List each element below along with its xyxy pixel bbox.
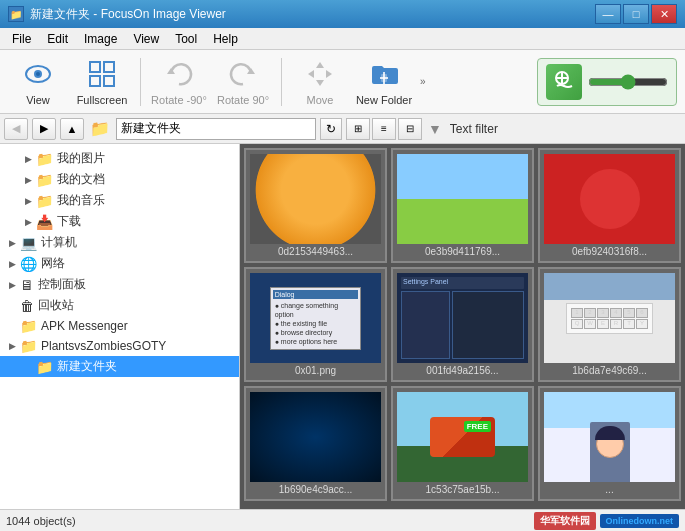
recycle-bin-icon: 🗑 [20, 298, 34, 314]
rotate-right-button[interactable]: Rotate 90° [213, 54, 273, 110]
zoom-icon [546, 64, 582, 100]
tree-panel: ▶ 📁 我的图片 ▶ 📁 我的文档 ▶ 📁 我的音乐 ▶ 📥 下载 ▶ 💻 计算… [0, 144, 240, 509]
thumbnail-item-7[interactable]: 1b690e4c9acc... [244, 386, 387, 501]
svg-point-2 [36, 72, 40, 76]
thumbnail-item-5[interactable]: Settings Panel 001fd49a2156... [391, 267, 534, 382]
view-icon [22, 58, 54, 90]
filter-label: Text filter [450, 122, 498, 136]
tree-item-new-folder[interactable]: 📁 新建文件夹 [0, 356, 239, 377]
new-folder-button[interactable]: New Folder [354, 54, 414, 110]
minimize-button[interactable]: — [595, 4, 621, 24]
selected-folder-icon: 📁 [36, 359, 53, 375]
forward-button[interactable]: ▶ [32, 118, 56, 140]
svg-marker-10 [308, 70, 332, 78]
tree-label-network: 网络 [41, 255, 65, 272]
tree-item-pictures[interactable]: ▶ 📁 我的图片 [0, 148, 239, 169]
menu-file[interactable]: File [4, 30, 39, 48]
menu-tool[interactable]: Tool [167, 30, 205, 48]
up-button[interactable]: ▲ [60, 118, 84, 140]
thumb-image-9 [544, 392, 675, 482]
new-folder-label: New Folder [356, 94, 412, 106]
svg-rect-6 [104, 76, 114, 86]
window-title: 新建文件夹 - FocusOn Image Viewer [30, 6, 595, 23]
filter-icon: ▼ [428, 121, 442, 137]
address-input[interactable] [116, 118, 316, 140]
tree-item-plants[interactable]: ▶ 📁 PlantsvsZombiesGOTY [0, 336, 239, 356]
menu-help[interactable]: Help [205, 30, 246, 48]
tree-item-documents[interactable]: ▶ 📁 我的文档 [0, 169, 239, 190]
downloads-icon: 📥 [36, 214, 53, 230]
thumb-label-4: 0x01.png [250, 365, 381, 376]
menu-image[interactable]: Image [76, 30, 125, 48]
svg-marker-9 [316, 62, 324, 86]
status-text: 1044 object(s) [6, 515, 76, 527]
thumbnail-item-6[interactable]: 1 2 3 4 5 6 Q W E R T Y [538, 267, 681, 382]
network-icon: 🌐 [20, 256, 37, 272]
thumb-label-6: 1b6da7e49c69... [544, 365, 675, 376]
tree-item-computer[interactable]: ▶ 💻 计算机 [0, 232, 239, 253]
tree-label-control-panel: 控制面板 [38, 276, 86, 293]
view-label: View [26, 94, 50, 106]
move-label: Move [307, 94, 334, 106]
computer-icon: 💻 [20, 235, 37, 251]
thumbnail-item-1[interactable]: 0d2153449463... [244, 148, 387, 263]
thumb-label-5: 001fd49a2156... [397, 365, 528, 376]
detail-view-button[interactable]: ≡ [372, 118, 396, 140]
tree-item-recycle-bin[interactable]: 🗑 回收站 [0, 295, 239, 316]
tree-label-pictures: 我的图片 [57, 150, 105, 167]
menu-view[interactable]: View [125, 30, 167, 48]
thumbnail-item-4[interactable]: Dialog ● change something option ● the e… [244, 267, 387, 382]
toolbar-divider-2 [281, 58, 282, 106]
thumb-label-9: ... [544, 484, 675, 495]
folder-icon: 📁 [36, 193, 53, 209]
fullscreen-button[interactable]: Fullscreen [72, 54, 132, 110]
move-button[interactable]: Move [290, 54, 350, 110]
maximize-button[interactable]: □ [623, 4, 649, 24]
new-folder-icon [368, 58, 400, 90]
list-view-button[interactable]: ⊟ [398, 118, 422, 140]
tree-label-downloads: 下载 [57, 213, 81, 230]
thumb-image-5: Settings Panel [397, 273, 528, 363]
view-button[interactable]: View [8, 54, 68, 110]
tree-label-computer: 计算机 [41, 234, 77, 251]
tree-label-music: 我的音乐 [57, 192, 105, 209]
folder-icon: 📁 [36, 151, 53, 167]
tree-item-apk[interactable]: 📁 APK Messenger [0, 316, 239, 336]
refresh-button[interactable]: ↻ [320, 118, 342, 140]
menu-bar: File Edit Image View Tool Help [0, 28, 685, 50]
back-button[interactable]: ◀ [4, 118, 28, 140]
move-icon [304, 58, 336, 90]
thumbnail-grid: 0d2153449463... 0e3b9d411769... 0efb9240… [244, 148, 681, 501]
thumbnail-item-8[interactable]: FREE 1c53c75ae15b... [391, 386, 534, 501]
rotate-right-label: Rotate 90° [217, 94, 269, 106]
thumb-image-1 [250, 154, 381, 244]
close-button[interactable]: ✕ [651, 4, 677, 24]
thumbnail-item-2[interactable]: 0e3b9d411769... [391, 148, 534, 263]
fullscreen-icon [86, 58, 118, 90]
address-bar: ◀ ▶ ▲ 📁 ↻ ⊞ ≡ ⊟ ▼ Text filter [0, 114, 685, 144]
toolbar-more-button[interactable]: » [418, 74, 428, 89]
tree-label-apk: APK Messenger [41, 319, 128, 333]
tree-item-downloads[interactable]: ▶ 📥 下载 [0, 211, 239, 232]
menu-edit[interactable]: Edit [39, 30, 76, 48]
tree-label-recycle-bin: 回收站 [38, 297, 74, 314]
rotate-left-button[interactable]: Rotate -90° [149, 54, 209, 110]
zoom-slider[interactable] [588, 74, 668, 90]
svg-rect-4 [104, 62, 114, 72]
thumbnail-panel: 0d2153449463... 0e3b9d411769... 0efb9240… [240, 144, 685, 509]
tree-label-plants: PlantsvsZombiesGOTY [41, 339, 166, 353]
tree-label-documents: 我的文档 [57, 171, 105, 188]
tree-item-control-panel[interactable]: ▶ 🖥 控制面板 [0, 274, 239, 295]
window-controls: — □ ✕ [595, 4, 677, 24]
watermark-line2: Onlinedown.net [600, 514, 680, 528]
title-bar: 📁 新建文件夹 - FocusOn Image Viewer — □ ✕ [0, 0, 685, 28]
tree-item-music[interactable]: ▶ 📁 我的音乐 [0, 190, 239, 211]
thumb-image-8: FREE [397, 392, 528, 482]
thumbnail-item-3[interactable]: 0efb9240316f8... [538, 148, 681, 263]
rotate-left-label: Rotate -90° [151, 94, 207, 106]
tree-item-network[interactable]: ▶ 🌐 网络 [0, 253, 239, 274]
thumbnail-item-9[interactable]: ... [538, 386, 681, 501]
thumb-label-7: 1b690e4c9acc... [250, 484, 381, 495]
app-icon: 📁 [8, 6, 24, 22]
grid-view-button[interactable]: ⊞ [346, 118, 370, 140]
